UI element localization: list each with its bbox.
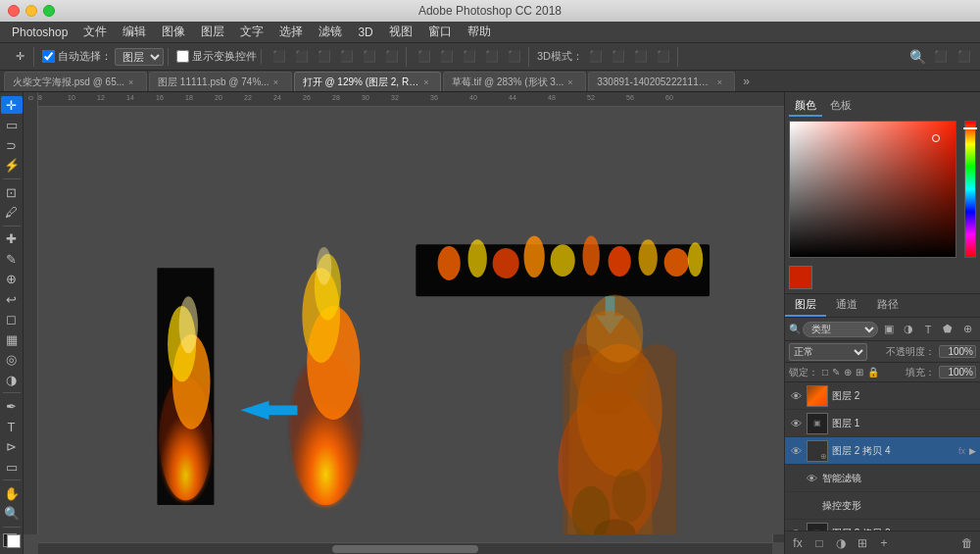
more-btn[interactable]: ⬛: [955, 47, 974, 67]
crop-tool[interactable]: ⊡: [1, 183, 23, 201]
layer-item-warp[interactable]: 👁 操控变形: [785, 492, 980, 520]
color-hue-bar[interactable]: [964, 121, 976, 258]
tab-2[interactable]: 打开 @ 129% (图层 2, RGB/8#)* ×: [294, 72, 441, 91]
eyedropper-tool[interactable]: 🖊: [1, 203, 23, 221]
menu-3d[interactable]: 3D: [350, 24, 380, 41]
layer-icon-shape[interactable]: ⬟: [939, 321, 956, 338]
menu-help[interactable]: 帮助: [460, 22, 499, 42]
menu-select[interactable]: 选择: [271, 22, 311, 42]
clone-tool[interactable]: ⊕: [1, 271, 23, 288]
dodge-tool[interactable]: ◑: [1, 371, 23, 388]
move-tool[interactable]: ✛: [1, 96, 23, 114]
magic-wand-tool[interactable]: ⚡: [1, 156, 23, 174]
layer-fx-btn[interactable]: fx: [789, 534, 807, 552]
swatch-tab[interactable]: 色板: [824, 96, 858, 117]
tab-3-close[interactable]: ×: [567, 77, 577, 87]
tabs-more-btn[interactable]: »: [737, 75, 756, 88]
layer-mask-btn[interactable]: □: [810, 534, 828, 552]
tab-4[interactable]: 330891-14020522211118... ×: [588, 72, 735, 91]
menu-filter[interactable]: 滤镜: [311, 22, 350, 42]
filter-type-select[interactable]: 类型: [803, 322, 878, 337]
menu-edit[interactable]: 编辑: [115, 22, 154, 42]
lock-position[interactable]: ⊕: [844, 367, 852, 378]
layer-item-copy3[interactable]: 👁 ▣ 图层 2 拷贝 3: [785, 520, 980, 530]
tab-4-close[interactable]: ×: [717, 77, 727, 87]
menu-file[interactable]: 文件: [75, 22, 115, 42]
lock-pixels[interactable]: ✎: [832, 367, 840, 378]
arrange-btn-1[interactable]: ⬛: [415, 47, 434, 67]
layers-tab-layers[interactable]: 图层: [785, 294, 826, 317]
layer-icon-text[interactable]: T: [919, 321, 937, 338]
layer-icon-smart[interactable]: ⊕: [958, 321, 976, 338]
menu-layer[interactable]: 图层: [193, 22, 232, 42]
zoom-tool[interactable]: 🔍: [1, 505, 23, 523]
tab-2-close[interactable]: ×: [423, 77, 431, 87]
lock-all[interactable]: 🔒: [867, 367, 879, 378]
horizontal-scrollbar-thumb[interactable]: [332, 545, 479, 553]
menu-view[interactable]: 视图: [381, 22, 420, 42]
align-btn-6[interactable]: ⬛: [382, 47, 402, 67]
menu-window[interactable]: 窗口: [420, 22, 460, 42]
eraser-tool[interactable]: ◻: [1, 311, 23, 328]
fill-input[interactable]: [939, 366, 976, 378]
blend-mode-select[interactable]: 正常: [789, 343, 867, 361]
3d-btn-3[interactable]: ⬛: [631, 47, 651, 67]
lock-transparent[interactable]: □: [822, 367, 828, 378]
auto-select-checkbox[interactable]: [42, 50, 55, 63]
opacity-input[interactable]: [939, 345, 976, 358]
menu-photoshop[interactable]: Photoshop: [4, 24, 75, 41]
horizontal-scrollbar[interactable]: [38, 542, 772, 554]
transform-checkbox[interactable]: [176, 50, 189, 63]
layer-item-copy4[interactable]: 👁 ⊕ 图层 2 拷贝 4 fx ▶: [785, 437, 980, 465]
heal-tool[interactable]: ✚: [1, 230, 23, 248]
minimize-button[interactable]: [25, 5, 37, 17]
arrange-btn-3[interactable]: ⬛: [460, 47, 479, 67]
tab-0[interactable]: 火柴文字海报.psd @ 65... ×: [4, 72, 147, 91]
layer-vis-1[interactable]: 👁: [789, 417, 803, 430]
color-tab[interactable]: 颜色: [789, 96, 822, 117]
layers-tab-channels[interactable]: 通道: [826, 294, 867, 317]
color-preview[interactable]: [789, 266, 812, 289]
lasso-tool[interactable]: ⊃: [1, 136, 23, 154]
tab-1[interactable]: 图层 11111.psb @ 74%... ×: [149, 72, 292, 91]
layer-vis-smart[interactable]: 👁: [805, 472, 818, 485]
menu-image[interactable]: 图像: [154, 22, 193, 42]
path-select-tool[interactable]: ⊳: [1, 437, 23, 455]
layer-expand-icon[interactable]: ▶: [969, 446, 976, 456]
layer-delete-btn[interactable]: 🗑: [958, 534, 976, 552]
arrange-btn-2[interactable]: ⬛: [437, 47, 457, 67]
layer-icon-pixel[interactable]: ▣: [880, 321, 898, 338]
brush-tool[interactable]: ✎: [1, 250, 23, 268]
layer-item-2[interactable]: 👁 图层 2: [785, 382, 980, 410]
arrange-btn-5[interactable]: ⬛: [505, 47, 524, 67]
maximize-button[interactable]: [43, 5, 55, 17]
align-btn-5[interactable]: ⬛: [360, 47, 379, 67]
blur-tool[interactable]: ◎: [1, 351, 23, 369]
tab-1-close[interactable]: ×: [273, 77, 283, 87]
layers-tab-paths[interactable]: 路径: [867, 294, 908, 317]
layer-item-smart-filter[interactable]: 👁 智能滤镜: [785, 465, 980, 492]
workspace-btn[interactable]: ⬛: [931, 47, 951, 67]
history-tool[interactable]: ↩: [1, 290, 23, 308]
color-box[interactable]: [3, 533, 21, 548]
hand-tool[interactable]: ✋: [1, 484, 23, 502]
background-color[interactable]: [7, 534, 21, 548]
color-spectrum-box[interactable]: [789, 121, 956, 258]
align-btn-3[interactable]: ⬛: [315, 47, 334, 67]
layer-icon-adjustment[interactable]: ◑: [900, 321, 917, 338]
layer-vis-copy4[interactable]: 👁: [789, 444, 803, 458]
text-tool[interactable]: T: [1, 418, 23, 435]
layer-item-1[interactable]: 👁 ▣ 图层 1: [785, 410, 980, 437]
3d-btn-2[interactable]: ⬛: [609, 47, 628, 67]
arrange-btn-4[interactable]: ⬛: [482, 47, 502, 67]
color-spectrum[interactable]: [790, 122, 956, 257]
pen-tool[interactable]: ✒: [1, 397, 23, 415]
align-btn-4[interactable]: ⬛: [337, 47, 357, 67]
layer-fx-icon[interactable]: fx: [958, 446, 965, 456]
layer-new-btn[interactable]: +: [875, 534, 893, 552]
move-tool-btn[interactable]: ✛: [10, 47, 29, 67]
search-btn[interactable]: 🔍: [907, 47, 927, 67]
tab-0-close[interactable]: ×: [128, 77, 138, 87]
align-btn-2[interactable]: ⬛: [292, 47, 312, 67]
menu-text[interactable]: 文字: [232, 22, 271, 42]
